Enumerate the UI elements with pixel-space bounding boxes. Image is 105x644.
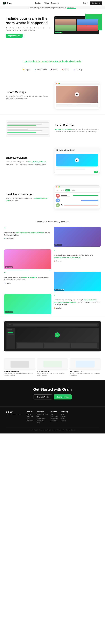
grain-bar-label: ● REC Grain bbox=[55, 32, 62, 33]
notion-clip-btn[interactable]: Clip bbox=[94, 170, 98, 172]
logo-zapier: ⚡ zapier bbox=[22, 68, 31, 70]
build-right: All Mine Team Shared JB KG bbox=[54, 186, 100, 209]
team-mock: All Mine Team Shared JB KG bbox=[54, 186, 100, 209]
feature-mini-3: Your Source of Truth Keep all your meeti… bbox=[70, 358, 101, 376]
footer-item-changelog[interactable]: Changelog bbox=[50, 420, 58, 422]
features-mini-row: Share and Collaborate Share meeting reco… bbox=[0, 356, 105, 380]
nav-pricing[interactable]: Pricing bbox=[44, 2, 49, 4]
play-button[interactable]: ▶ bbox=[75, 92, 79, 96]
notion-header: N Slack, Notion, and more bbox=[55, 148, 99, 152]
logo[interactable]: G Grain bbox=[3, 2, 12, 4]
hero-description: Record, clip, and share video notes from… bbox=[6, 27, 51, 31]
share-desc: Embed your recordings tools like Slack, … bbox=[6, 161, 50, 166]
nav-resources[interactable]: Resources bbox=[51, 2, 59, 4]
footer-item-press[interactable]: Press bbox=[61, 418, 68, 419]
testimonial-card-3: " Grain has solved the old problem of te… bbox=[4, 272, 52, 285]
testimonial-row-1: " Grain keeps me more organized in custo… bbox=[4, 227, 101, 247]
logo-icon: G bbox=[3, 2, 6, 4]
notion-icon: N bbox=[56, 149, 58, 151]
footer-item-help[interactable]: Help Center bbox=[50, 416, 58, 417]
dot3 bbox=[58, 18, 58, 18]
testimonial-card-1: " Grain keeps me more organized in custo… bbox=[4, 227, 52, 240]
start-free-button[interactable]: Start for free bbox=[90, 1, 102, 5]
screenshot-mock: ▶ bbox=[4, 321, 101, 352]
screenshot-main: ▶ bbox=[6, 328, 98, 349]
testimonial-row-3: " Grain has solved the old problem of te… bbox=[4, 272, 101, 292]
record-text: Record Meetings Add the Grain recorder t… bbox=[6, 91, 50, 100]
testimonial-author-3: △ Apply bbox=[4, 282, 52, 285]
testimonials-grid: " Grain keeps me more organized in custo… bbox=[0, 224, 105, 316]
feature-mini-screen-3 bbox=[70, 358, 101, 370]
line-highlight-2 bbox=[8, 132, 36, 133]
feature-mini-2: Sync Your Calendar Auto-join your meetin… bbox=[37, 358, 68, 376]
footer-item-transcribe[interactable]: Transcribe bbox=[26, 416, 33, 417]
footer-col-company: Company About Careers Press Contact bbox=[61, 411, 68, 424]
notion-mock: N Slack, Notion, and more ▶ Clip bbox=[54, 148, 100, 174]
footer-item-engineering[interactable]: Engineering bbox=[36, 420, 48, 422]
announcement-bar: New: Notetaking, Zapier, and CRM integra… bbox=[0, 6, 105, 10]
announcement-link[interactable]: Learn more → bbox=[67, 7, 76, 8]
tab-all[interactable]: All bbox=[56, 190, 59, 191]
nav-right: Sign in Start for free bbox=[83, 1, 102, 5]
tab-team[interactable]: Team bbox=[66, 190, 70, 191]
footer-col-resources: Resources Blog Help Center Integrations … bbox=[50, 411, 58, 424]
share-section: Share Everywhere Embed your recordings t… bbox=[0, 142, 105, 180]
footer-item-about[interactable]: About bbox=[61, 414, 68, 415]
feature-mini-1: Share and Collaborate Share meeting reco… bbox=[4, 358, 36, 376]
read-guide-button[interactable]: Read Our Guide bbox=[33, 394, 52, 400]
footer-col-heading-usecases: Use Cases bbox=[36, 411, 48, 412]
testimonial-text-2: Being able to send a short video clip fr… bbox=[54, 254, 101, 258]
footer-item-record[interactable]: Record bbox=[26, 414, 33, 415]
signup-free-button[interactable]: Signup for free bbox=[54, 394, 72, 400]
quote-mark-3: " bbox=[4, 272, 52, 276]
feature-mini-desc-1: Share meeting recordings and collaborate… bbox=[4, 372, 36, 376]
footer-item-design[interactable]: Design bbox=[36, 422, 48, 424]
record-desc: Add the Grain recorder to your next Zoom… bbox=[6, 95, 50, 100]
team-list: JB KG MW bbox=[55, 192, 99, 209]
author-logo-3: Apply bbox=[7, 282, 11, 284]
footer-logo-col: G Grain Focus on what matters most. bbox=[6, 411, 22, 424]
feature-mini-title-3: Your Source of Truth bbox=[70, 370, 101, 372]
footer-item-careers[interactable]: Careers bbox=[61, 416, 68, 417]
share-right: N Slack, Notion, and more ▶ Clip bbox=[54, 148, 100, 174]
hero-cta-button[interactable]: Signup for free bbox=[6, 34, 22, 38]
line-3 bbox=[8, 127, 48, 128]
ss-search-bar[interactable] bbox=[13, 324, 98, 326]
t-video-name-4: Mark Williams bbox=[5, 311, 14, 313]
footer-item-sales[interactable]: Sales bbox=[36, 416, 48, 417]
footer-item-highlights[interactable]: Highlights bbox=[26, 420, 33, 422]
footer-item-blog[interactable]: Blog bbox=[50, 414, 58, 415]
t-video-name-1: Julie Brauer bbox=[54, 244, 62, 246]
tab-mine[interactable]: Mine bbox=[60, 190, 64, 191]
team-name-line-3 bbox=[60, 204, 62, 205]
footer-item-contact[interactable]: Contact bbox=[61, 420, 68, 422]
share-heading: Share Everywhere bbox=[6, 156, 50, 159]
footer-col-product: Product Record Transcribe Clips Highligh… bbox=[26, 411, 33, 424]
clip-left bbox=[6, 120, 50, 136]
clip-right: Clip in Real-Time Highlight key moments … bbox=[54, 124, 100, 133]
t-video-bg-1: Julie Brauer bbox=[54, 227, 101, 247]
signin-link[interactable]: Sign in bbox=[83, 2, 88, 4]
tab-shared[interactable]: Shared bbox=[71, 190, 77, 191]
feature-mini-title-1: Share and Collaborate bbox=[4, 370, 36, 372]
notion-play[interactable]: ▶ bbox=[75, 158, 79, 162]
footer-item-clips[interactable]: Clips bbox=[26, 418, 33, 419]
dashboard-play-button[interactable]: ▶ bbox=[55, 332, 60, 338]
footer-item-integrations[interactable]: Integrations bbox=[50, 418, 58, 419]
clip-desc: Highlight key moments from your meetings… bbox=[54, 128, 100, 133]
sb-item-2 bbox=[8, 330, 12, 332]
testimonial-video-2: Jason Burke bbox=[4, 250, 52, 269]
footer-item-research[interactable]: User Research bbox=[36, 418, 48, 419]
team-row-1: JB bbox=[56, 194, 98, 198]
nav-product[interactable]: Product bbox=[35, 2, 41, 4]
team-bar-3 bbox=[64, 205, 98, 206]
video-cell-2 bbox=[77, 19, 98, 25]
footer-item-cs[interactable]: Customer Success bbox=[36, 414, 48, 415]
footer-col-list-resources: Blog Help Center Integrations Changelog bbox=[50, 414, 58, 422]
team-info-3 bbox=[60, 204, 64, 206]
clip-section: Clip in Real-Time Highlight key moments … bbox=[0, 114, 105, 142]
clip-mock bbox=[6, 120, 50, 136]
footer-col-list-product: Record Transcribe Clips Highlights bbox=[26, 414, 33, 422]
clip-text-lines bbox=[8, 122, 48, 135]
team-row-2: KG bbox=[56, 198, 98, 202]
